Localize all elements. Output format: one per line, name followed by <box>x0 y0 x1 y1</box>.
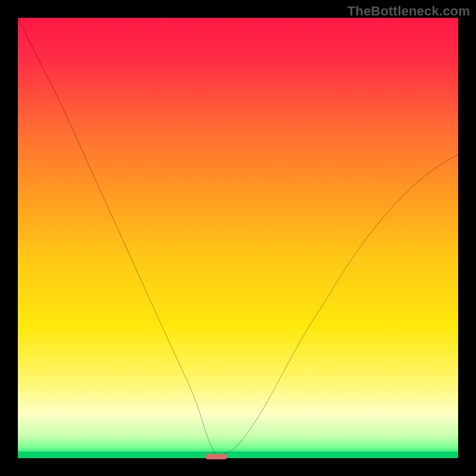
gradient-background <box>18 18 458 458</box>
watermark-text: TheBottleneck.com <box>347 4 470 19</box>
chart-frame: TheBottleneck.com <box>0 0 476 476</box>
optimum-marker <box>205 454 227 459</box>
green-baseline-band <box>18 452 458 458</box>
svg-rect-0 <box>18 18 458 458</box>
plot-area <box>18 18 458 458</box>
